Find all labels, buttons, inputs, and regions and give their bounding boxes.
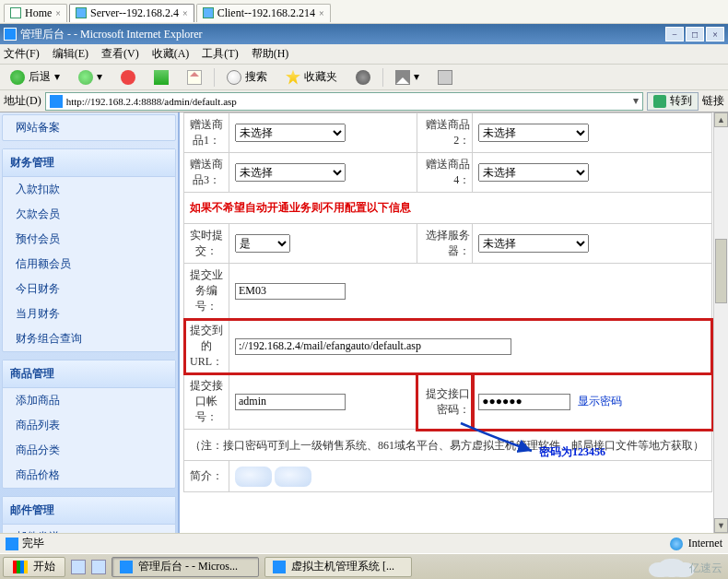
scroll-up-button[interactable]: ▲ bbox=[714, 112, 728, 127]
menu-help[interactable]: 帮助(H) bbox=[252, 46, 289, 62]
config-form: 赠送商品1： 未选择 赠送商品2： 未选择 赠送商品3： 未选择 赠送商品4： … bbox=[183, 112, 712, 492]
sidebar-item[interactable]: 商品价格 bbox=[3, 463, 175, 488]
brief-icon bbox=[275, 467, 311, 487]
sidebar-header[interactable]: 邮件管理 bbox=[3, 497, 175, 525]
history-button[interactable] bbox=[349, 67, 377, 88]
quicklaunch-icon[interactable] bbox=[71, 560, 86, 574]
sidebar: 网站备案 财务管理 入款扣款 欠款会员 预付会员 信用额会员 今日财务 当月财务… bbox=[0, 112, 180, 533]
dropdown-icon[interactable]: ▾ bbox=[629, 94, 642, 108]
home-button[interactable] bbox=[181, 67, 208, 88]
menubar: 文件(F) 编辑(E) 查看(V) 收藏(A) 工具(T) 帮助(H) bbox=[0, 44, 728, 65]
go-button[interactable]: 转到 bbox=[647, 92, 699, 111]
tab-label: Client--192.168.2.214 bbox=[217, 6, 315, 20]
refresh-button[interactable] bbox=[147, 67, 175, 88]
taskbar: 开始 管理后台 - - Micros... 虚拟主机管理系统 [... 亿速云 bbox=[0, 553, 728, 579]
main-pane: 赠送商品1： 未选择 赠送商品2： 未选择 赠送商品3： 未选择 赠送商品4： … bbox=[180, 112, 728, 533]
acct-label: 提交接口帐号： bbox=[184, 374, 229, 430]
scroll-down-button[interactable]: ▼ bbox=[714, 518, 728, 533]
footnote: （注：接口密码可到上一级销售系统、861域名平台、易方虚拟主机管理软件、邮局接口… bbox=[184, 430, 712, 461]
task-item[interactable]: 管理后台 - - Micros... bbox=[112, 557, 259, 577]
brief-label: 简介： bbox=[184, 461, 229, 492]
start-button[interactable]: 开始 bbox=[3, 557, 65, 577]
toolbar-sep bbox=[382, 68, 383, 87]
sidebar-item[interactable]: 信用额会员 bbox=[3, 252, 175, 277]
tab-client[interactable]: Client--192.168.2.214 × bbox=[196, 4, 331, 22]
close-icon[interactable]: × bbox=[55, 8, 61, 18]
task-item[interactable]: 虚拟主机管理系统 [... bbox=[264, 557, 412, 577]
address-bar: 地址(D) ▾ 转到 链接 bbox=[0, 90, 728, 112]
mail-button[interactable]: ▾ bbox=[389, 67, 426, 88]
vertical-scrollbar[interactable]: ▲ ▼ bbox=[713, 112, 728, 533]
gift3-select[interactable]: 未选择 bbox=[235, 163, 346, 182]
tab-home[interactable]: Home × bbox=[4, 4, 67, 22]
acct-input[interactable] bbox=[235, 394, 346, 410]
brief-icon bbox=[235, 467, 272, 487]
sidebar-item[interactable]: 商品列表 bbox=[3, 413, 175, 438]
menu-edit[interactable]: 编辑(E) bbox=[53, 46, 88, 62]
minimize-button[interactable]: − bbox=[665, 27, 684, 41]
page-icon bbox=[50, 95, 63, 108]
back-button[interactable]: 后退 ▾ bbox=[4, 67, 66, 88]
watermark: 亿速云 bbox=[658, 559, 722, 577]
internet-zone-label: Internet bbox=[688, 537, 722, 550]
menu-tools[interactable]: 工具(T) bbox=[202, 46, 238, 62]
sidebar-item[interactable]: 预付会员 bbox=[3, 227, 175, 252]
annotation-arrow bbox=[456, 419, 539, 455]
globe-icon bbox=[203, 7, 214, 18]
config-notice: 如果不希望自动开通业务则不用配置以下信息 bbox=[184, 193, 712, 224]
sidebar-item[interactable]: 网站备案 bbox=[3, 115, 175, 140]
server-select[interactable]: 未选择 bbox=[478, 234, 589, 253]
close-icon[interactable]: × bbox=[319, 8, 324, 18]
sidebar-item[interactable]: 财务组合查询 bbox=[3, 326, 175, 351]
menu-view[interactable]: 查看(V) bbox=[101, 46, 139, 62]
bizno-label: 提交业务编号： bbox=[184, 264, 229, 319]
maximize-button[interactable]: □ bbox=[686, 27, 704, 41]
gift1-select[interactable]: 未选择 bbox=[235, 124, 346, 142]
print-button[interactable] bbox=[431, 67, 459, 88]
gift2-select[interactable]: 未选择 bbox=[478, 124, 589, 142]
realtime-label: 实时提交： bbox=[184, 224, 229, 264]
internet-zone-icon bbox=[670, 538, 683, 550]
address-label: 地址(D) bbox=[4, 93, 41, 109]
sidebar-group-product: 商品管理 添加商品 商品列表 商品分类 商品价格 bbox=[2, 360, 176, 489]
app-icon bbox=[273, 561, 286, 573]
sidebar-header[interactable]: 商品管理 bbox=[3, 360, 175, 388]
status-text: 完毕 bbox=[22, 537, 44, 549]
window-titlebar: 管理后台 - - Microsoft Internet Explorer − □… bbox=[0, 24, 728, 44]
back-icon bbox=[10, 70, 25, 85]
tab-server[interactable]: Server--192.168.2.4 × bbox=[69, 4, 194, 22]
favorites-button[interactable]: 收藏夹 bbox=[279, 67, 344, 88]
sidebar-item[interactable]: 当月财务 bbox=[3, 301, 175, 326]
scroll-thumb[interactable] bbox=[715, 239, 727, 303]
sidebar-item[interactable]: 商品分类 bbox=[3, 438, 175, 463]
url-input[interactable] bbox=[235, 338, 511, 355]
menu-fav[interactable]: 收藏(A) bbox=[152, 46, 190, 62]
page-icon bbox=[6, 538, 18, 550]
sidebar-item[interactable]: 添加商品 bbox=[3, 388, 175, 413]
address-input[interactable] bbox=[66, 93, 629, 110]
bizno-input[interactable] bbox=[235, 283, 346, 300]
show-password-link[interactable]: 显示密码 bbox=[578, 395, 622, 408]
history-icon bbox=[356, 70, 370, 85]
quicklaunch-icon[interactable] bbox=[91, 560, 106, 574]
menu-file[interactable]: 文件(F) bbox=[4, 46, 40, 62]
sidebar-group-finance: 财务管理 入款扣款 欠款会员 预付会员 信用额会员 今日财务 当月财务 财务组合… bbox=[2, 148, 176, 352]
links-button[interactable]: 链接 bbox=[702, 93, 724, 109]
forward-button[interactable]: ▾ bbox=[72, 67, 109, 88]
sidebar-item[interactable]: 入款扣款 bbox=[3, 177, 175, 202]
pwd-input[interactable] bbox=[478, 394, 570, 410]
sidebar-item[interactable]: 今日财务 bbox=[3, 277, 175, 301]
toolbar: 后退 ▾ ▾ 搜索 收藏夹 ▾ bbox=[0, 65, 728, 90]
sidebar-header[interactable]: 财务管理 bbox=[3, 149, 175, 177]
realtime-select[interactable]: 是 bbox=[235, 234, 290, 253]
close-button[interactable]: × bbox=[706, 27, 724, 41]
sidebar-item[interactable]: 邮件发送 bbox=[3, 525, 175, 533]
sidebar-item[interactable]: 欠款会员 bbox=[3, 202, 175, 227]
close-icon[interactable]: × bbox=[182, 8, 188, 18]
stop-button[interactable] bbox=[114, 67, 142, 88]
address-field[interactable]: ▾ bbox=[45, 92, 643, 111]
gift4-select[interactable]: 未选择 bbox=[478, 163, 589, 182]
globe-icon bbox=[76, 7, 87, 18]
search-button[interactable]: 搜索 bbox=[220, 67, 274, 88]
statusbar: 完毕 Internet bbox=[0, 533, 728, 553]
